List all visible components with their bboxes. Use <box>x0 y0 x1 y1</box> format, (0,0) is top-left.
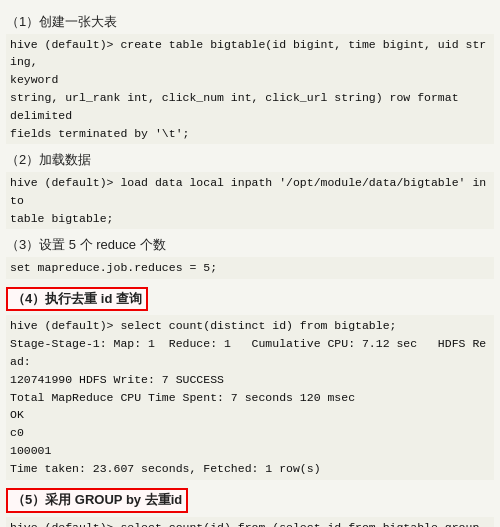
section4-heading-text: （4） <box>12 291 45 306</box>
section3-heading: （3）设置 5 个 reduce 个数 <box>6 235 494 255</box>
section2-code: hive (default)> load data local inpath '… <box>6 172 494 229</box>
section2-heading-text: （2）加载数据 <box>6 152 91 167</box>
section1-code: hive (default)> create table bigtable(id… <box>6 34 494 145</box>
section3-code: set mapreduce.job.reduces = 5; <box>6 257 494 279</box>
section5-heading-row: （5）采用 GROUP by 去重id <box>6 484 494 515</box>
section5-heading-highlight: （5）采用 GROUP by 去重id <box>6 488 188 513</box>
section4-code: hive (default)> select count(distinct id… <box>6 315 494 479</box>
section5-heading-highlight-text: id <box>171 492 183 507</box>
section2-heading: （2）加载数据 <box>6 150 494 170</box>
section3-heading-text: （3）设置 5 个 reduce 个数 <box>6 237 166 252</box>
section5-code: hive (default)> select count(id) from (s… <box>6 517 494 527</box>
section4-heading-highlight: （4）执行去重 id 查询 <box>6 287 148 312</box>
section1-heading: （1）创建一张大表 <box>6 12 494 32</box>
main-container: （1）创建一张大表 hive (default)> create table b… <box>0 0 500 527</box>
section4-heading-row: （4）执行去重 id 查询 <box>6 283 494 314</box>
section5-heading-text: （5）采用 GROUP by 去重 <box>12 492 171 507</box>
section4-heading-highlight-text: 执行去重 id 查询 <box>45 291 142 306</box>
section1-heading-text: （1）创建一张大表 <box>6 14 117 29</box>
